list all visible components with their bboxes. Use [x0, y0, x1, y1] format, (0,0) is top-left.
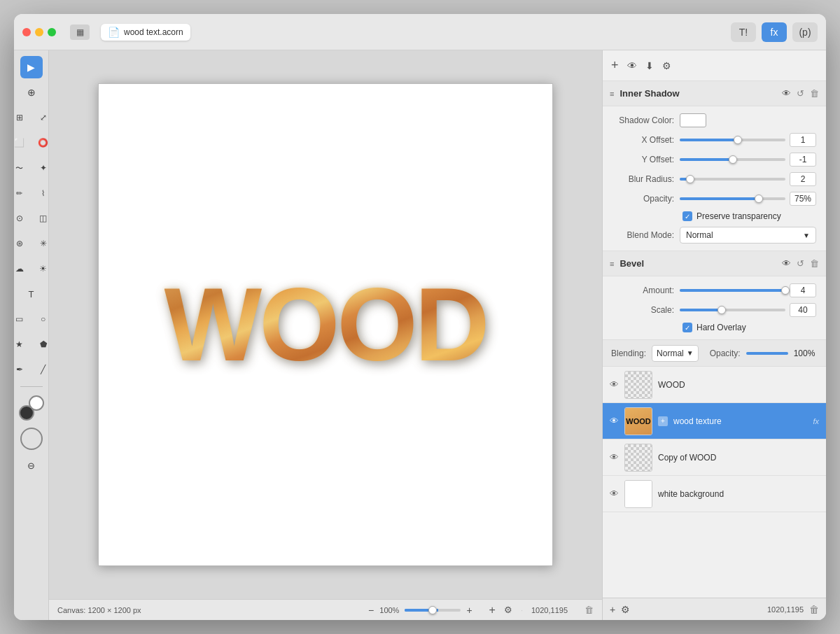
bevel-amount-row: Amount: 4: [612, 283, 816, 297]
preserve-transparency-row: Preserve transparency: [612, 211, 816, 221]
document-tab[interactable]: 📄 wood text.acorn: [101, 24, 190, 41]
bevel-amount-value[interactable]: 4: [790, 283, 816, 297]
blending-label: Blending:: [611, 348, 646, 358]
layer-item-wood[interactable]: 👁 WOOD: [603, 367, 826, 403]
visibility-button[interactable]: 👁: [627, 60, 637, 71]
text-tools: T: [20, 283, 43, 305]
close-button[interactable]: [22, 28, 31, 36]
titlebar-right-tools: T! fx (p): [731, 22, 818, 42]
layer-thumbnail: [624, 480, 652, 508]
canvas-area: WOOD Canvas: 1200 × 1200 px − 100%: [49, 50, 602, 620]
pen-tool[interactable]: ✒: [14, 358, 31, 381]
bevel-delete-button[interactable]: 🗑: [810, 258, 819, 269]
blend-mode-select[interactable]: Normal ▼: [680, 227, 816, 244]
blur-radius-value[interactable]: 2: [790, 172, 816, 186]
add-layer-button[interactable]: +: [610, 604, 615, 615]
blending-opacity-slider[interactable]: [746, 352, 788, 355]
layer-name-wood-texture: wood texture: [673, 416, 807, 426]
crop-tool[interactable]: ⊞: [14, 106, 31, 129]
pencil-tool[interactable]: ✏: [14, 182, 31, 204]
blur-radius-label: Blur Radius:: [612, 174, 674, 184]
preserve-transparency-label: Preserve transparency: [696, 211, 781, 221]
bevel-collapse-icon[interactable]: ≡: [610, 260, 614, 268]
blur-radius-slider[interactable]: [680, 178, 785, 181]
y-offset-row: Y Offset: -1: [612, 153, 816, 167]
effect-settings-button[interactable]: ⚙: [662, 60, 671, 71]
canvas-separator: ·: [521, 606, 523, 614]
tools-panel-button[interactable]: T!: [731, 22, 756, 42]
shadow-color-label: Shadow Color:: [612, 115, 674, 125]
foreground-color[interactable]: [19, 405, 34, 421]
add-effect-button[interactable]: +: [611, 58, 619, 73]
layer-item-white-bg[interactable]: 👁 white background: [603, 476, 826, 512]
shape-rect-tool[interactable]: ▭: [14, 308, 31, 330]
layer-settings-button[interactable]: ⚙: [621, 604, 630, 615]
text-tool[interactable]: T: [20, 283, 43, 305]
layer-name-wood: WOOD: [658, 380, 819, 390]
sidebar-toggle-button[interactable]: ▦: [70, 24, 90, 40]
minimize-button[interactable]: [35, 28, 43, 36]
x-offset-value[interactable]: 1: [790, 133, 816, 147]
blending-mode-select[interactable]: Normal ▼: [652, 345, 699, 362]
opacity-value[interactable]: 75%: [790, 192, 816, 206]
canvas-trash-button[interactable]: 🗑: [584, 605, 594, 615]
layer-visibility-icon[interactable]: 👁: [610, 488, 619, 499]
bevel-visibility-button[interactable]: 👁: [782, 258, 791, 269]
canvas-gear-button[interactable]: ⚙: [504, 605, 512, 615]
bevel-section: ≡ Bevel 👁 ↺ 🗑 Amount:: [603, 251, 826, 340]
star-tool[interactable]: ★: [14, 333, 31, 355]
zoom-plus-icon[interactable]: +: [466, 605, 472, 616]
inner-shadow-visibility-button[interactable]: 👁: [782, 88, 791, 99]
rect-select-tool[interactable]: ⬜: [14, 132, 31, 154]
preserve-transparency-checkbox[interactable]: [682, 211, 692, 221]
hard-overlay-row: Hard Overlay: [612, 323, 816, 332]
blending-opacity-value: 100%: [794, 348, 816, 358]
zoom-tool[interactable]: ⊕: [20, 81, 43, 104]
lasso-tools: 〜 ✦: [14, 157, 55, 179]
shadow-color-row: Shadow Color:: [612, 113, 816, 127]
section-collapse-icon[interactable]: ≡: [610, 90, 614, 98]
bevel-amount-slider[interactable]: [680, 289, 785, 292]
x-offset-slider[interactable]: [680, 139, 785, 141]
zoom-slider[interactable]: [405, 609, 461, 612]
color-circle[interactable]: [20, 428, 43, 450]
y-offset-value[interactable]: -1: [790, 153, 816, 167]
layers-list: 👁 WOOD 👁 WOOD + wood: [603, 367, 826, 598]
delete-layer-button[interactable]: 🗑: [809, 604, 819, 615]
canvas-scroll[interactable]: WOOD: [49, 50, 602, 599]
clone-tool[interactable]: ⊛: [14, 232, 31, 255]
blending-opacity-label: Opacity:: [710, 348, 741, 358]
cloud-tool[interactable]: ☁: [14, 258, 31, 280]
maximize-button[interactable]: [48, 28, 56, 36]
bevel-scale-value[interactable]: 40: [790, 303, 816, 317]
layer-visibility-icon[interactable]: 👁: [610, 452, 619, 463]
download-effect-button[interactable]: ⬇: [645, 60, 654, 71]
bevel-amount-slider-container: 4: [680, 283, 816, 297]
bevel-reset-button[interactable]: ↺: [797, 258, 804, 269]
bevel-header: ≡ Bevel 👁 ↺ 🗑: [603, 251, 826, 276]
zoom-minus-icon[interactable]: −: [368, 605, 374, 616]
layer-item-copy-wood[interactable]: 👁 Copy of WOOD: [603, 439, 826, 476]
zoom-out-tool[interactable]: ⊖: [20, 454, 43, 477]
y-offset-slider[interactable]: [680, 158, 785, 161]
eyedropper-tool[interactable]: ⊙: [14, 207, 31, 230]
layer-visibility-icon[interactable]: 👁: [610, 379, 619, 390]
layer-thumbnail: WOOD: [624, 407, 652, 435]
bevel-scale-slider[interactable]: [680, 309, 785, 311]
color-swatches[interactable]: [19, 395, 44, 421]
select-tool[interactable]: ▶: [20, 56, 43, 78]
lasso-tool[interactable]: 〜: [14, 157, 31, 179]
shadow-color-swatch[interactable]: [680, 113, 706, 127]
x-offset-slider-container: 1: [680, 133, 816, 147]
fx-panel-button[interactable]: fx: [762, 22, 787, 42]
layer-thumbnail: [624, 371, 652, 399]
inner-shadow-reset-button[interactable]: ↺: [797, 88, 804, 99]
hard-overlay-checkbox[interactable]: [682, 323, 692, 332]
opacity-slider[interactable]: [680, 197, 785, 200]
inner-shadow-delete-button[interactable]: 🗑: [810, 88, 819, 99]
layers-bottom-bar: + ⚙ 1020,1195 🗑: [603, 598, 826, 620]
layer-visibility-icon[interactable]: 👁: [610, 416, 619, 426]
properties-panel-button[interactable]: (p): [792, 22, 818, 42]
canvas-add-button[interactable]: +: [489, 604, 496, 617]
layer-item-wood-texture[interactable]: 👁 WOOD + wood texture fx: [603, 403, 826, 439]
